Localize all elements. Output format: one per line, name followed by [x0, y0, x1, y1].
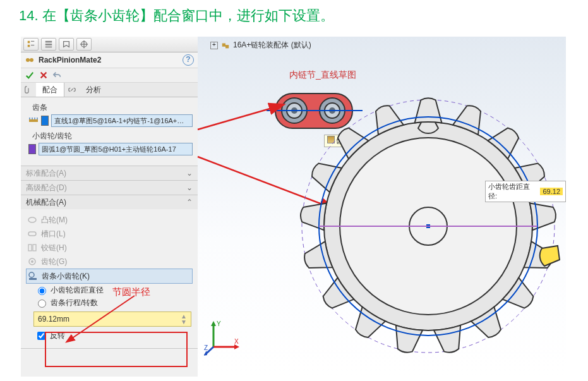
slot-icon: [27, 229, 37, 239]
svg-rect-12: [29, 119, 38, 122]
annotation-link-sketch: 内链节_直线草图: [289, 70, 365, 81]
gear-selection[interactable]: 圆弧1@节圆_草图5@H01+主动链轮16A-17: [39, 143, 193, 155]
svg-rect-18: [28, 232, 36, 236]
rack-selection-row: 直线1@草图5@16A-1+内链节-1@16A+链轮: [28, 114, 193, 127]
svg-marker-48: [234, 344, 239, 349]
svg-rect-16: [37, 118, 38, 119]
help-icon[interactable]: ?: [183, 54, 194, 66]
pitch-value-text: 69.12mm: [38, 312, 69, 326]
chevron-down-icon: ⌄: [186, 183, 193, 192]
reverse-checkbox[interactable]: [37, 332, 45, 340]
pitch-dim-label: 小齿轮齿距直径:: [488, 182, 537, 201]
undo-icon[interactable]: [52, 70, 63, 80]
page-step-title: 14. 在【齿条小齿轮】配合窗口中，进行如下设置。: [0, 0, 588, 29]
svg-point-17: [28, 217, 36, 222]
mech-mate-header[interactable]: 机械配合(A)⌃: [21, 195, 198, 209]
svg-point-10: [26, 58, 30, 62]
rack-selection[interactable]: 直线1@草图5@16A-1+内链节-1@16A+链轮: [51, 114, 193, 127]
svg-rect-2: [31, 41, 34, 42]
reverse-checkbox-row[interactable]: 反转: [35, 329, 193, 342]
tab-config-icon[interactable]: [59, 38, 74, 51]
opt-cam[interactable]: 凸轮(M): [26, 213, 193, 227]
ok-icon[interactable]: [25, 70, 35, 80]
svg-rect-5: [45, 44, 52, 45]
opt-slot[interactable]: 槽口(L): [26, 227, 193, 241]
assembly-icon: [220, 40, 231, 51]
svg-point-23: [29, 272, 34, 277]
rack-select-icon: [28, 116, 39, 126]
svg-text:Z: Z: [204, 344, 208, 351]
svg-rect-14: [32, 118, 33, 119]
rack-label: 齿条: [32, 102, 193, 113]
clip-icon: [23, 85, 33, 95]
svg-rect-13: [29, 118, 30, 119]
pitch-dim-value: 69.12: [540, 188, 563, 195]
svg-rect-6: [45, 47, 52, 48]
assembly-tree-node[interactable]: + 16A+链轮装配体 (默认): [210, 40, 311, 51]
tab-featuretree-icon[interactable]: [23, 38, 39, 51]
chevron-up-icon: ⌃: [186, 198, 193, 207]
svg-rect-4: [45, 41, 52, 43]
adv-mate-group[interactable]: 高级配合(D)⌄: [21, 181, 198, 195]
mate-icon: [25, 55, 35, 65]
spinner-icon[interactable]: ▲▼: [181, 313, 187, 325]
opt-rack-pinion[interactable]: 齿条小齿轮(K): [26, 269, 193, 284]
svg-point-11: [30, 58, 33, 62]
svg-rect-1: [28, 45, 30, 47]
assembly-name: 16A+链轮装配体 (默认): [233, 40, 311, 51]
cam-icon: [27, 215, 37, 225]
link-icon: [67, 85, 77, 95]
svg-text:Y: Y: [217, 320, 221, 327]
gear-color-swatch: [28, 144, 36, 154]
sprocket-part: [292, 90, 564, 362]
tab-dimxpert-icon[interactable]: [76, 38, 92, 51]
svg-marker-46: [211, 321, 216, 326]
gear-icon: [27, 257, 37, 267]
expand-icon[interactable]: +: [210, 42, 218, 49]
feature-title-row: RackPinionMate2 ?: [21, 52, 198, 68]
cancel-icon[interactable]: [39, 70, 49, 80]
screenshot-frame: RackPinionMate2 ? 配合 分析 齿条 直线1@草图5@16A-1…: [21, 37, 566, 377]
model-viewport[interactable]: + 16A+链轮装配体 (默认) 齿条 内链节_直线草图 主动链轮_节圆草图: [198, 37, 566, 377]
gear-label: 小齿轮/齿轮: [32, 131, 193, 142]
pitch-value-field[interactable]: 69.12mm ▲▼: [33, 311, 191, 327]
view-axis-triad: Y X Z: [204, 318, 242, 356]
chevron-down-icon: ⌄: [186, 169, 193, 178]
pitch-dim-flag: 小齿轮齿距直径: 69.12: [485, 181, 566, 202]
opt-gear[interactable]: 齿轮(G): [26, 255, 193, 269]
svg-text:X: X: [234, 338, 239, 345]
svg-rect-26: [222, 43, 225, 46]
svg-rect-3: [31, 45, 34, 45]
svg-rect-20: [33, 245, 36, 251]
feature-name: RackPinionMate2: [39, 56, 179, 64]
mech-mate-label: 机械配合(A): [26, 197, 66, 208]
svg-rect-0: [28, 41, 30, 44]
svg-rect-15: [34, 118, 35, 119]
rackpinion-icon: [28, 271, 38, 281]
radio-rack-travel[interactable]: 齿条行程/转数: [35, 296, 193, 309]
gear-selection-row: 圆弧1@节圆_草图5@H01+主动链轮16A-17: [28, 143, 193, 155]
panel-sub-tabs: 配合 分析: [21, 83, 198, 97]
mech-mate-group: 机械配合(A)⌃ 凸轮(M) 槽口(L) 铰链(H) 齿轮(G) 齿条小齿轮(K…: [21, 195, 198, 349]
panel-top-tabs: [21, 37, 198, 52]
radio-travel-input[interactable]: [38, 299, 46, 308]
confirm-row: [21, 68, 198, 83]
annotation-pitch-radius: 节圆半径: [112, 286, 150, 298]
svg-marker-50: [204, 351, 207, 356]
tab-mate[interactable]: 配合: [36, 83, 64, 97]
svg-rect-27: [225, 45, 229, 48]
property-panel: RackPinionMate2 ? 配合 分析 齿条 直线1@草图5@16A-1…: [21, 37, 198, 377]
svg-point-22: [31, 260, 33, 263]
hinge-icon: [27, 243, 37, 253]
svg-rect-19: [28, 245, 32, 251]
std-mate-group[interactable]: 标准配合(A)⌄: [21, 166, 198, 181]
adv-mate-label: 高级配合(D): [26, 183, 67, 193]
opt-hinge[interactable]: 铰链(H): [26, 241, 193, 255]
std-mate-label: 标准配合(A): [26, 168, 66, 179]
svg-rect-24: [29, 278, 37, 280]
rack-color-swatch: [41, 116, 49, 126]
selection-group: 齿条 直线1@草图5@16A-1+内链节-1@16A+链轮 小齿轮/齿轮 圆弧1…: [21, 97, 198, 166]
radio-pitch-input[interactable]: [38, 287, 46, 295]
tab-propertytab-icon[interactable]: [41, 38, 56, 51]
tab-analyze[interactable]: 分析: [80, 83, 107, 97]
